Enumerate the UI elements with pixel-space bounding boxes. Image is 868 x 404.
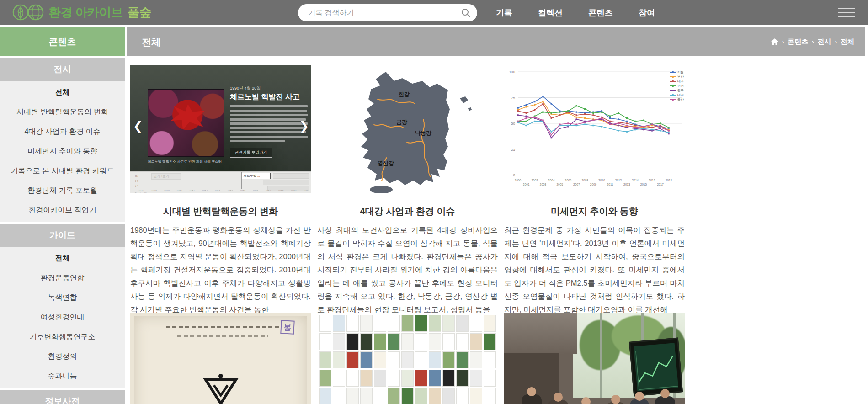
thumbnail[interactable]	[388, 351, 400, 368]
carousel-next-icon[interactable]: ❯	[299, 119, 309, 133]
thumbnail[interactable]	[333, 370, 345, 387]
card-four-rivers-image[interactable]: 한강 금강 낙동강 영산강	[317, 65, 498, 193]
sidebar-item-exhibition-all[interactable]: 전체	[0, 83, 125, 102]
site-logo[interactable]: 환경 아카이브 풀숲	[12, 3, 151, 21]
card-photo-wall[interactable]	[317, 313, 498, 404]
thumbnail[interactable]	[346, 388, 359, 404]
thumbnail[interactable]	[401, 333, 414, 350]
thumbnail[interactable]	[388, 388, 400, 404]
sidebar-item-fine-dust[interactable]: 미세먼지 추이와 동향	[0, 142, 125, 161]
sidebar-item-photo-wall[interactable]: 환경단체 기록 포토월	[0, 181, 125, 201]
thumbnail[interactable]	[442, 351, 455, 368]
thumbnail[interactable]	[333, 315, 345, 332]
sidebar-item-kfem[interactable]: 환경운동연합	[0, 268, 125, 288]
thumbnail[interactable]	[319, 351, 331, 368]
timeline-cursor[interactable]	[241, 172, 242, 189]
card-fine-dust-image[interactable]: 0255075100200020012002200320042005200620…	[504, 65, 685, 193]
card-antinuclear-image[interactable]: ❮ ❯ 체르노빌 핵발전소 사고로 인한 피해 사례 포스터 1990년 4월 …	[130, 65, 311, 193]
zoom-in-icon[interactable]: ⊕	[135, 174, 138, 179]
sidebar-item-climate-inst[interactable]: 기후변화행동연구소	[0, 327, 125, 347]
thumbnail[interactable]	[374, 351, 386, 368]
thumbnail[interactable]	[484, 315, 496, 332]
timeline-strip[interactable]: ⊕ ⊖ ↩ 고리 1호기... 체르노빌 ... 197719781979198…	[130, 171, 311, 193]
thumbnail[interactable]	[415, 388, 427, 404]
sidebar-item-era-keywords[interactable]: 기록으로 본 시대별 환경 키워드	[0, 161, 125, 181]
card-era-keywords[interactable]: 봉	[130, 313, 311, 404]
card-four-rivers[interactable]: 한강 금강 낙동강 영산강 4대강 사업과 환경 이슈 사상 최대의 토건사업으…	[317, 65, 498, 316]
thumbnail[interactable]	[319, 315, 331, 332]
thumbnail[interactable]	[470, 388, 482, 404]
thumbnail[interactable]	[484, 388, 496, 404]
thumbnail[interactable]	[401, 315, 414, 332]
thumbnail[interactable]	[456, 370, 469, 387]
thumbnail[interactable]	[319, 333, 331, 350]
thumbnail[interactable]	[415, 370, 427, 387]
card-archive-notes[interactable]	[504, 313, 685, 404]
thumbnail[interactable]	[401, 388, 414, 404]
breadcrumb-all[interactable]: 전체	[841, 37, 854, 46]
thumbnail[interactable]	[442, 370, 455, 387]
card-fine-dust[interactable]: 0255075100200020012002200320042005200620…	[504, 65, 685, 316]
thumbnail[interactable]	[484, 351, 496, 368]
sidebar-item-kwen[interactable]: 여성환경연대	[0, 308, 125, 327]
sidebar-section-guide[interactable]: 가이드	[0, 224, 125, 247]
carousel-prev-icon[interactable]: ❮	[133, 119, 143, 133]
sidebar-item-eco-justice[interactable]: 환경정의	[0, 347, 125, 367]
thumbnail[interactable]	[360, 315, 373, 332]
nav-item-contents[interactable]: 콘텐츠	[588, 7, 613, 18]
undo-icon[interactable]: ↩	[135, 184, 138, 189]
record-search-bar[interactable]	[298, 4, 477, 21]
timeline-tag-chernobyl[interactable]: 체르노빌 ...	[241, 173, 271, 179]
sidebar-item-four-rivers[interactable]: 4대강 사업과 환경 이슈	[0, 122, 125, 142]
thumbnail[interactable]	[484, 370, 496, 387]
hamburger-menu-icon[interactable]	[838, 8, 855, 20]
breadcrumb-contents[interactable]: 콘텐츠	[788, 37, 808, 46]
sidebar-section-exhibition[interactable]: 전시	[0, 58, 125, 81]
thumbnail[interactable]	[346, 370, 359, 387]
thumbnail[interactable]	[401, 370, 414, 387]
thumbnail[interactable]	[388, 370, 400, 387]
old-document-image[interactable]: 봉	[130, 313, 311, 404]
thumbnail[interactable]	[470, 351, 482, 368]
sidebar-item-archive-notes[interactable]: 환경아카이브 작업기	[0, 201, 125, 220]
thumbnail[interactable]	[456, 388, 469, 404]
related-records-button[interactable]: 관련기록 보러가기	[230, 148, 272, 158]
thumbnail[interactable]	[374, 315, 386, 332]
thumbnail[interactable]	[374, 370, 386, 387]
thumbnail[interactable]	[415, 351, 427, 368]
meeting-photo-image[interactable]	[504, 313, 685, 404]
thumbnail[interactable]	[415, 333, 427, 350]
thumbnail[interactable]	[333, 351, 345, 368]
thumbnail[interactable]	[346, 333, 359, 350]
thumbnail[interactable]	[319, 370, 331, 387]
thumbnail[interactable]	[333, 388, 345, 404]
thumbnail[interactable]	[388, 315, 400, 332]
thumbnail[interactable]	[456, 315, 469, 332]
thumbnail[interactable]	[442, 333, 455, 350]
thumbnail[interactable]	[442, 315, 455, 332]
sidebar-item-antinuclear[interactable]: 시대별 반핵탈핵운동의 변화	[0, 102, 125, 122]
thumbnail[interactable]	[401, 351, 414, 368]
thumbnail[interactable]	[429, 388, 441, 404]
thumbnail[interactable]	[429, 370, 441, 387]
breadcrumb-exhibition[interactable]: 전시	[818, 37, 831, 46]
search-input[interactable]	[308, 9, 461, 17]
nav-item-collections[interactable]: 컬렉션	[538, 7, 563, 18]
card-title[interactable]: 4대강 사업과 환경 이슈	[317, 205, 498, 218]
thumbnail[interactable]	[470, 370, 482, 387]
home-icon[interactable]	[771, 38, 778, 45]
thumbnail[interactable]	[319, 388, 331, 404]
thumbnail[interactable]	[484, 333, 496, 350]
thumbnail[interactable]	[346, 315, 359, 332]
thumbnail[interactable]	[333, 333, 345, 350]
thumbnail[interactable]	[442, 388, 455, 404]
sidebar-item-greenkorea[interactable]: 녹색연합	[0, 288, 125, 308]
search-icon[interactable]	[461, 8, 471, 18]
timeline-tag-gori[interactable]: 고리 1호기...	[151, 173, 181, 180]
sidebar-item-soopnanum[interactable]: 숲과나눔	[0, 367, 125, 386]
thumbnail[interactable]	[415, 315, 427, 332]
nav-item-participate[interactable]: 참여	[639, 7, 655, 18]
thumbnail[interactable]	[360, 333, 373, 350]
photo-wall-image[interactable]	[317, 313, 498, 404]
card-title[interactable]: 시대별 반핵탈핵운동의 변화	[130, 205, 311, 218]
